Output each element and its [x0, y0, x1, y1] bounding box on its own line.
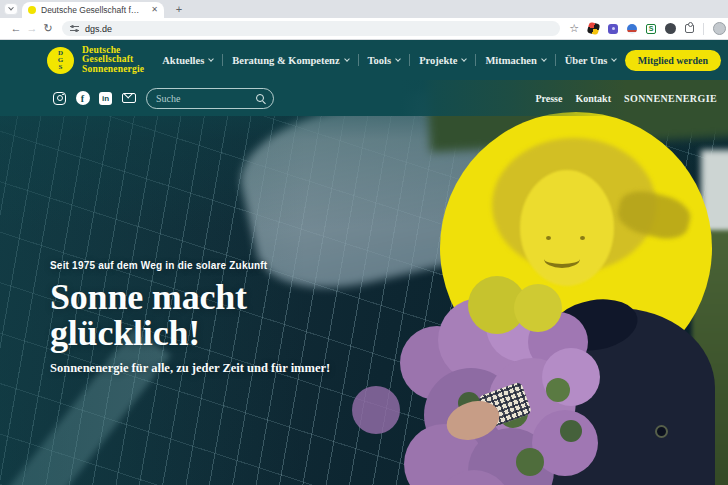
back-icon[interactable]: ← — [8, 23, 24, 34]
dgs-logo-wordmark: Deutsche Gesellschaft Sonnenenergie — [82, 46, 144, 75]
nav-item-beratung[interactable]: Beratung & Kompetenz — [232, 55, 348, 66]
girl-smile — [544, 250, 580, 268]
linkedin-link[interactable]: in — [98, 91, 113, 106]
tab-title: Deutsche Gesellschaft für Sonn — [41, 5, 141, 15]
nav-item-aktuelles[interactable]: Aktuelles — [162, 55, 213, 66]
nav-item-projekte[interactable]: Projekte — [419, 55, 466, 66]
hero-kicker: Seit 1975 auf dem Weg in die solare Zuku… — [50, 260, 330, 271]
tab-close-icon[interactable]: ✕ — [151, 6, 158, 14]
email-link[interactable] — [121, 91, 136, 106]
site-favicon-icon — [28, 6, 36, 14]
linkedin-icon: in — [99, 92, 112, 105]
url-text: dgs.de — [85, 24, 112, 34]
bookmark-star-icon[interactable]: ☆ — [569, 23, 579, 34]
chevron-down-icon — [8, 5, 14, 11]
link-presse[interactable]: Presse — [535, 93, 562, 104]
extension-s-icon[interactable]: S — [646, 24, 656, 34]
chevron-down-icon — [395, 56, 401, 62]
site-header: D G S Deutsche Gesellschaft Sonnenenergi… — [0, 40, 728, 80]
sunlit-flowers — [514, 284, 562, 332]
sub-header: f in Presse Kontakt SONNENENERGIE — [0, 80, 728, 116]
browser-tab[interactable]: Deutsche Gesellschaft für Sonn ✕ — [22, 2, 164, 18]
girl-eye — [546, 236, 551, 240]
hero-title: Sonne macht glücklich! — [50, 279, 330, 351]
dgs-logo-icon: D G S — [47, 47, 74, 74]
hero-subtitle: Sonnenenergie für alle, zu jeder Zeit un… — [50, 361, 330, 376]
girl-eye — [580, 236, 585, 240]
chevron-down-icon — [462, 56, 468, 62]
profile-avatar[interactable] — [713, 22, 726, 35]
chevron-down-icon — [344, 56, 350, 62]
nav-divider — [222, 54, 223, 66]
toolbar-divider — [703, 23, 704, 35]
chevron-down-icon — [612, 56, 618, 62]
lilac-bouquet — [352, 386, 400, 434]
nav-divider — [555, 54, 556, 66]
instagram-link[interactable] — [52, 91, 67, 106]
facebook-link[interactable]: f — [75, 91, 90, 106]
facebook-icon: f — [76, 91, 90, 105]
hero-title-line2: glücklich! — [50, 315, 330, 351]
browser-toolbar: ← → ↻ dgs.de ☆ S — [0, 18, 728, 40]
extensions-puzzle-icon[interactable] — [685, 24, 694, 33]
hero-section: f in Presse Kontakt SONNENENERGIE Seit 1… — [0, 80, 728, 485]
new-tab-button[interactable]: + — [172, 2, 186, 16]
nav-divider — [475, 54, 476, 66]
nav-divider — [358, 54, 359, 66]
bouquet-leaf — [560, 420, 582, 442]
site-settings-icon[interactable] — [70, 25, 79, 33]
nav-item-tools[interactable]: Tools — [368, 55, 401, 66]
extension-cap-icon[interactable] — [627, 24, 637, 34]
extension-purple-icon[interactable] — [608, 24, 618, 34]
mitglied-werden-button[interactable]: Mitglied werden — [625, 50, 721, 71]
bouquet-leaf — [516, 448, 544, 476]
bouquet-leaf — [546, 378, 570, 402]
main-navigation: Aktuelles Beratung & Kompetenz Tools Pro… — [162, 54, 616, 66]
coat-button — [655, 425, 668, 438]
toolbar-actions: ☆ S — [569, 22, 720, 35]
search-input[interactable] — [156, 93, 256, 104]
browser-window: Deutsche Gesellschaft für Sonn ✕ + ← → ↻… — [0, 0, 728, 485]
nav-item-mitmachen[interactable]: Mitmachen — [485, 55, 545, 66]
nav-divider — [409, 54, 410, 66]
chevron-down-icon — [208, 56, 214, 62]
girl-face — [520, 170, 614, 286]
social-links: f in — [52, 91, 136, 106]
forward-icon[interactable]: → — [24, 23, 40, 34]
search-form — [146, 88, 274, 109]
email-icon — [122, 93, 136, 103]
link-kontakt[interactable]: Kontakt — [575, 93, 611, 104]
search-icon[interactable] — [256, 94, 264, 102]
extension-circle-icon[interactable] — [665, 23, 676, 34]
hero-title-line1: Sonne macht — [50, 279, 330, 315]
tab-search-button[interactable] — [4, 3, 18, 15]
extension-pinwheel-icon[interactable] — [587, 22, 600, 35]
dgs-logo[interactable]: D G S Deutsche Gesellschaft Sonnenenergi… — [47, 46, 144, 75]
nav-item-ueber-uns[interactable]: Über Uns — [565, 55, 617, 66]
link-sonnenenergie[interactable]: SONNENENERGIE — [624, 93, 717, 104]
address-bar[interactable]: dgs.de — [62, 21, 560, 36]
instagram-icon — [53, 92, 66, 105]
chevron-down-icon — [541, 56, 547, 62]
reload-icon[interactable]: ↻ — [40, 23, 56, 34]
hero-text-block: Seit 1975 auf dem Weg in die solare Zuku… — [50, 260, 330, 376]
quick-links: Presse Kontakt SONNENENERGIE — [535, 93, 717, 104]
tab-strip: Deutsche Gesellschaft für Sonn ✕ + — [0, 0, 728, 18]
